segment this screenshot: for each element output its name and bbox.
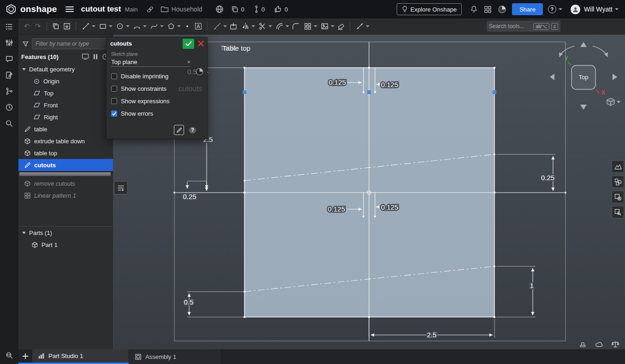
paste-sketch-button[interactable] <box>61 20 72 32</box>
checkbox-show-constraints[interactable]: Show constraints <box>111 82 202 95</box>
search-document-button[interactable] <box>3 349 16 361</box>
rectangle-tool-chevron-icon[interactable] <box>109 25 113 27</box>
checkbox-box[interactable] <box>111 98 117 104</box>
folder-icon[interactable] <box>161 6 169 13</box>
notes-panel-button[interactable] <box>3 69 16 81</box>
polygon-tool-button[interactable] <box>166 20 177 32</box>
checkbox-disable-imprinting[interactable]: Disable imprinting <box>111 70 202 82</box>
search-tools-input[interactable] <box>489 23 531 29</box>
trim-tool-chevron-icon[interactable] <box>268 25 272 27</box>
dialog-cancel-button[interactable] <box>196 39 206 49</box>
circle-tool-button[interactable] <box>114 20 125 32</box>
tree-item-origin[interactable]: Origin <box>18 75 113 87</box>
appearance-button[interactable] <box>578 340 587 349</box>
rectangle-tool-button[interactable] <box>97 20 108 32</box>
follow-mode-icon[interactable] <box>82 53 89 60</box>
filter-funnel-icon[interactable] <box>22 41 29 47</box>
sketch-geometry[interactable] <box>173 42 566 341</box>
right-rail-button-2[interactable] <box>612 176 624 188</box>
sketch-plane-field[interactable]: Top plane × <box>111 57 190 67</box>
checkbox-box[interactable] <box>111 111 117 117</box>
copies-icon[interactable] <box>231 6 239 13</box>
polygon-tool-chevron-icon[interactable] <box>177 25 181 27</box>
sync-status-button[interactable] <box>595 340 604 349</box>
right-rail-button-4[interactable] <box>612 206 624 218</box>
tree-item-front-plane[interactable]: Front <box>18 99 113 111</box>
trim-tool-button[interactable] <box>257 20 268 32</box>
tree-item-sketch-table[interactable]: table <box>18 123 113 135</box>
versions-icon[interactable] <box>254 5 259 13</box>
tree-item-table-top[interactable]: table top <box>18 147 113 159</box>
rollback-bar[interactable] <box>19 172 111 176</box>
checkbox-box[interactable] <box>111 86 117 92</box>
erase-tool-button[interactable] <box>335 20 346 32</box>
spline-tool-button[interactable] <box>149 20 160 32</box>
sketch-mode-button[interactable] <box>174 125 184 135</box>
arc-tool-button[interactable] <box>131 20 143 32</box>
checkbox-box[interactable] <box>111 73 117 79</box>
user-menu-chevron-icon[interactable] <box>615 8 619 10</box>
tree-item-remove-cutouts[interactable]: remove cutouts <box>18 177 113 189</box>
tree-item-top-plane[interactable]: Top <box>18 87 113 99</box>
units-scale-button[interactable] <box>611 340 620 349</box>
plane-orientation-icon[interactable] <box>195 67 204 77</box>
checkbox-show-errors[interactable]: Show errors <box>111 107 202 120</box>
user-avatar[interactable] <box>571 5 580 14</box>
feature-list-flyout-button[interactable] <box>114 181 128 194</box>
app-grid-icon[interactable] <box>484 6 492 13</box>
tree-item-right-plane[interactable]: Right <box>18 111 113 123</box>
globe-icon[interactable] <box>215 5 224 13</box>
copy-button[interactable] <box>50 20 61 32</box>
tree-section-parts[interactable]: Parts (1) <box>18 227 113 239</box>
learning-center-button[interactable] <box>3 117 16 129</box>
configurations-panel-button[interactable] <box>3 37 16 49</box>
line-tool-button[interactable] <box>80 20 91 32</box>
versions-panel-button[interactable] <box>3 85 16 97</box>
undo-button[interactable]: ↶ <box>21 20 32 32</box>
onshape-logo-icon[interactable] <box>6 4 17 15</box>
dialog-help-icon[interactable]: ? <box>189 127 196 134</box>
mirror-tool-chevron-icon[interactable] <box>251 25 255 27</box>
right-rail-button-1[interactable] <box>612 160 624 173</box>
folder-name[interactable]: Household <box>172 6 202 13</box>
construction-tool-chevron-icon[interactable] <box>223 25 227 27</box>
explore-onshape-button[interactable]: Explore Onshape <box>397 3 462 15</box>
help-menu[interactable]: ? <box>548 5 562 13</box>
notifications-bell-icon[interactable] <box>470 5 478 13</box>
dialog-header[interactable]: cutouts <box>107 37 207 50</box>
tree-section-default-geometry[interactable]: Default geometry <box>18 63 113 75</box>
arc-tool-chevron-icon[interactable] <box>143 25 147 27</box>
main-menu-icon[interactable] <box>65 6 74 12</box>
spline-tool-chevron-icon[interactable] <box>160 25 164 27</box>
text-tool-button[interactable]: A <box>193 20 204 32</box>
circle-tool-chevron-icon[interactable] <box>126 25 130 27</box>
mirror-tool-button[interactable] <box>240 20 251 32</box>
checkbox-show-expressions[interactable]: Show expressions <box>111 95 202 107</box>
redo-button[interactable]: ↷ <box>32 20 43 32</box>
tab-assembly-1[interactable]: Assembly 1 <box>129 349 221 364</box>
tab-part-studio-1[interactable]: Part Studio 1 <box>32 349 129 364</box>
tree-item-part-1[interactable]: Part 1 <box>18 239 113 251</box>
pattern-tool-chevron-icon[interactable] <box>314 25 317 27</box>
right-rail-button-3[interactable] <box>612 191 624 203</box>
branch-name[interactable]: Main <box>125 6 137 13</box>
comments-panel-button[interactable] <box>3 53 16 65</box>
feature-filter-input[interactable] <box>32 38 109 49</box>
measure-tool-chevron-icon[interactable] <box>366 25 369 27</box>
offset-tool-button[interactable] <box>274 20 285 32</box>
offset-tool-chevron-icon[interactable] <box>286 25 289 27</box>
view-cube[interactable]: Top Y X <box>550 42 620 110</box>
project-convert-button[interactable] <box>228 20 239 32</box>
measure-tool-button[interactable] <box>354 20 365 32</box>
pattern-tool-button[interactable] <box>302 20 313 32</box>
tree-item-cutouts-selected[interactable]: cutouts <box>18 159 113 171</box>
insert-image-chevron-icon[interactable] <box>331 25 334 27</box>
tree-item-extrude-table-down[interactable]: extrude table down <box>18 135 113 147</box>
point-tool-button[interactable] <box>182 20 193 32</box>
tree-item-linear-pattern-1[interactable]: Linear pattern 1 <box>18 189 113 201</box>
pause-icon[interactable] <box>93 53 98 60</box>
clear-selection-icon[interactable]: × <box>187 59 190 65</box>
link-icon[interactable] <box>146 6 154 13</box>
dialog-confirm-button[interactable] <box>183 39 194 49</box>
construction-tool-button[interactable] <box>212 20 223 32</box>
